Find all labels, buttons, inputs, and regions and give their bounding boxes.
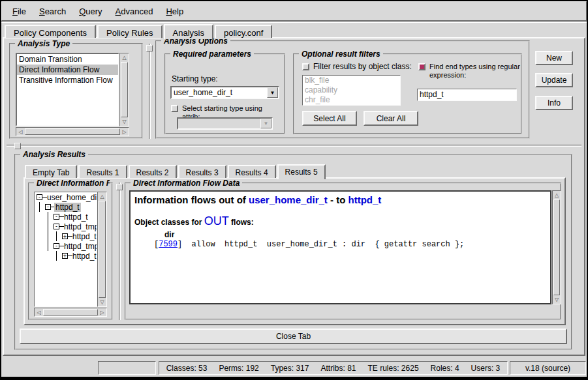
starting-type-combobox[interactable]: user_home_dir_t ▼: [170, 86, 279, 99]
clear-all-button[interactable]: Clear All: [364, 111, 418, 126]
tab-results-5[interactable]: Results 5: [277, 164, 326, 179]
results-pane-sash[interactable]: [119, 183, 121, 320]
new-button[interactable]: New: [535, 51, 573, 65]
attrib-checkbox[interactable]: [171, 105, 178, 112]
scroll-down-icon[interactable]: ▽: [553, 295, 561, 304]
scroll-up-icon[interactable]: △: [98, 192, 106, 201]
regex-checkbox-label: Find end types using regular expression:: [429, 63, 521, 80]
starting-type-value[interactable]: user_home_dir_t: [172, 87, 267, 98]
attrib-combobox-disabled: ▼: [177, 117, 273, 130]
scroll-right-icon[interactable]: ▷: [120, 128, 129, 136]
update-button[interactable]: Update: [535, 73, 573, 87]
tree-node-label[interactable]: httpd_t: [54, 203, 81, 212]
tab-analysis[interactable]: Analysis: [164, 24, 213, 39]
flow-data-groupbox: Direct Information Flow Data Information…: [125, 183, 561, 320]
list-item: capability: [303, 85, 400, 95]
regex-checkbox-row[interactable]: Find end types using regular expression:: [418, 63, 521, 80]
tree-node-label[interactable]: httpd_tmp_t: [63, 222, 97, 231]
menu-file[interactable]: File: [6, 4, 33, 19]
tab-policy-components[interactable]: Policy Components: [5, 25, 96, 38]
tab-results-2[interactable]: Results 2: [129, 165, 177, 178]
tree-expander-icon[interactable]: -: [37, 194, 42, 200]
scroll-down-icon[interactable]: ▽: [120, 117, 129, 126]
results-pane-sash-handle[interactable]: [116, 184, 123, 190]
status-empty-panel: [98, 361, 156, 375]
filter-objclass-label: Filter results by object class:: [313, 63, 412, 71]
tree-node-label[interactable]: httpd_t: [71, 232, 97, 241]
optional-filters-groupbox: Optional result filters Filter results b…: [293, 53, 522, 134]
flow-tree[interactable]: - user_home_dir_t - httpd_t - httpd_t: [34, 192, 97, 307]
top-pane-sash-handle[interactable]: [146, 45, 153, 51]
regex-checkbox[interactable]: [418, 63, 426, 70]
chevron-down-icon[interactable]: ▼: [267, 87, 278, 98]
status-stats-panel: Classes: 53 Perms: 192 Types: 317 Attrib…: [159, 361, 508, 375]
analysis-page: Analysis Type Domain Transition Direct I…: [3, 37, 585, 356]
filter-objclass-checkbox-row[interactable]: Filter results by object class:: [302, 63, 426, 71]
top-pane-sash[interactable]: [149, 44, 151, 139]
list-item[interactable]: Domain Transition: [17, 54, 118, 65]
tab-policy-rules[interactable]: Policy Rules: [97, 25, 162, 38]
list-item[interactable]: Transitive Information Flow: [17, 75, 118, 85]
main-pane-sash[interactable]: [7, 145, 581, 147]
rule-number-link[interactable]: 7599: [159, 240, 178, 249]
tree-node-label[interactable]: httpd_t: [63, 212, 89, 222]
select-all-button[interactable]: Select All: [302, 111, 357, 126]
tree-node-label[interactable]: httpd_t: [71, 252, 97, 261]
tab-policy-conf[interactable]: policy.conf: [215, 25, 272, 38]
menu-search[interactable]: Search: [33, 4, 72, 19]
scroll-right-icon[interactable]: ▷: [98, 308, 106, 316]
scroll-up-icon[interactable]: △: [553, 191, 561, 199]
flow-tree-title: Direct Information Flow T: [34, 179, 110, 188]
analysis-type-listbox[interactable]: Domain Transition Direct Information Flo…: [16, 53, 119, 126]
flow-data-title: Direct Information Flow Data: [131, 179, 242, 188]
main-pane-sash-handle[interactable]: [14, 143, 21, 149]
menu-advanced[interactable]: Advanced: [109, 4, 160, 19]
filter-objclass-checkbox[interactable]: [302, 63, 309, 70]
tree-node-label[interactable]: httpd_tmpfs_t: [63, 242, 97, 251]
analysis-results-title: Analysis Results: [20, 150, 88, 159]
close-tab-button[interactable]: Close Tab: [20, 329, 567, 344]
analysis-type-vscrollbar[interactable]: △ ▽: [119, 53, 129, 126]
menu-help[interactable]: Help: [159, 4, 190, 19]
tree-row[interactable]: - httpd_t: [35, 212, 97, 222]
tab-results-4[interactable]: Results 4: [228, 165, 276, 178]
flow-tree-hscrollbar[interactable]: ◁ ▷: [34, 308, 107, 317]
tree-node-label[interactable]: user_home_dir_t: [46, 193, 97, 202]
tree-row[interactable]: - httpd_tmp_t: [35, 222, 97, 231]
scroll-left-icon[interactable]: ◁: [35, 308, 43, 316]
tree-row[interactable]: + httpd_t: [35, 251, 97, 261]
tree-expander-icon[interactable]: -: [54, 224, 59, 229]
flow-tree-vscrollbar[interactable]: △ ▽: [97, 192, 107, 307]
flow-data-vscrollbar[interactable]: △ ▽: [552, 190, 561, 304]
scrollbar-thumb[interactable]: [43, 309, 98, 315]
menu-query[interactable]: Query: [72, 4, 108, 19]
tree-row[interactable]: + httpd_t: [35, 231, 97, 241]
scroll-left-icon[interactable]: ◁: [16, 128, 25, 136]
flow-data-textarea[interactable]: Information flows out of user_home_dir_t…: [129, 190, 551, 304]
stat-classes: Classes: 53: [166, 364, 208, 373]
menu-bar: File Search Query Advanced Help: [1, 1, 587, 21]
tree-expander-icon[interactable]: +: [62, 253, 68, 259]
tree-row[interactable]: - httpd_tmpfs_t: [35, 241, 97, 251]
scroll-down-icon[interactable]: ▽: [98, 298, 106, 306]
info-button[interactable]: Info: [535, 96, 573, 110]
scrollbar-thumb[interactable]: [553, 199, 560, 295]
tree-expander-icon[interactable]: +: [62, 233, 68, 239]
menu-separator: [1, 22, 587, 23]
tree-row[interactable]: - httpd_t: [35, 202, 97, 212]
analysis-type-hscrollbar[interactable]: ◁ ▷: [16, 127, 129, 136]
tab-results-1[interactable]: Results 1: [78, 165, 127, 178]
tab-empty-tab[interactable]: Empty Tab: [25, 165, 77, 178]
scrollbar-thumb[interactable]: [99, 201, 106, 298]
flow-heading: Information flows out of user_home_dir_t…: [131, 192, 550, 205]
tree-expander-icon[interactable]: -: [45, 204, 51, 210]
scroll-up-icon[interactable]: △: [120, 53, 129, 62]
tree-expander-icon[interactable]: -: [54, 243, 59, 249]
scrollbar-thumb[interactable]: [25, 128, 120, 135]
tab-results-3[interactable]: Results 3: [178, 165, 226, 178]
tree-row[interactable]: - user_home_dir_t: [35, 192, 97, 202]
scrollbar-thumb[interactable]: [121, 62, 128, 117]
tree-expander-icon[interactable]: -: [54, 214, 59, 220]
list-item[interactable]: Direct Information Flow: [17, 65, 118, 75]
regex-input[interactable]: httpd_t: [417, 89, 517, 101]
